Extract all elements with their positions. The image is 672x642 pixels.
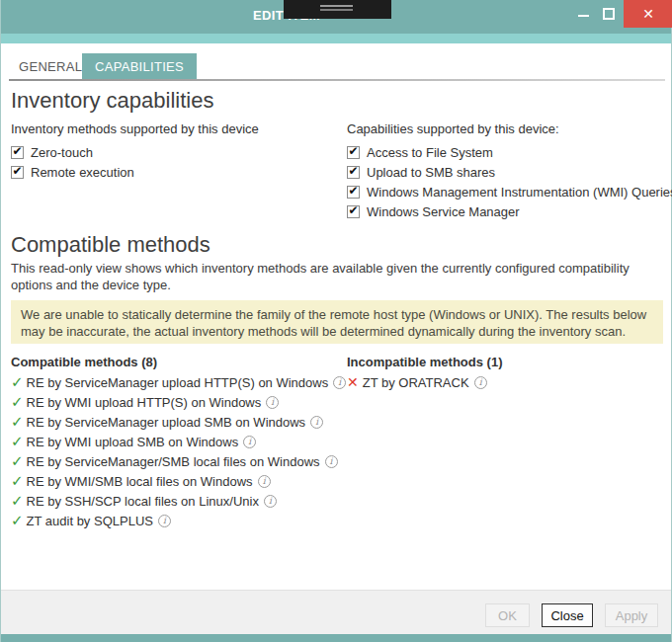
title-bar: EDIT ITEM ✕ (1, 0, 671, 34)
checkbox[interactable]: ✔ (347, 146, 360, 159)
notch-handle-line (320, 9, 353, 11)
checkbox[interactable]: ✔ (11, 166, 24, 179)
compatible-check-icon: ✓ (11, 395, 24, 410)
info-icon[interactable]: i (474, 376, 487, 389)
checkbox-label: Zero-touch (31, 145, 93, 160)
checkbox[interactable]: ✔ (347, 205, 360, 218)
checkbox-row[interactable]: ✔ Windows Management Instrumentation (WM… (347, 182, 671, 201)
method-label: RE by WMI/SMB local files on Windows (27, 474, 253, 489)
compatible-method-row: ✓ ZT audit by SQLPLUS i (11, 511, 342, 530)
compatible-method-row: ✓ RE by WMI/SMB local files on Windows i (11, 471, 342, 491)
compatible-method-row: ✓ RE by ServiceManager upload HTTP(S) on… (11, 372, 342, 392)
close-icon: ✕ (642, 6, 654, 22)
window-bottom-accent (1, 634, 671, 642)
checkbox-row[interactable]: ✔ Zero-touch (11, 142, 327, 162)
compatible-method-row: ✓ RE by ServiceManager/SMB local files o… (11, 451, 342, 471)
compatible-method-row: ✓ RE by ServiceManager upload SMB on Win… (11, 412, 342, 432)
checkbox-row[interactable]: ✔ Upload to SMB shares (347, 162, 671, 182)
info-icon[interactable]: i (310, 416, 323, 429)
incompatible-methods-count-header: Incompatible methods (1) (347, 353, 668, 372)
notch-handle-line (320, 5, 353, 7)
titlebar-accent-strip (1, 34, 671, 43)
compatible-check-icon: ✓ (11, 514, 24, 528)
checkbox[interactable]: ✔ (347, 186, 360, 199)
minimize-icon (578, 15, 589, 17)
device-capabilities-checkbox-list: ✔ Access to File System ✔ Upload to SMB … (347, 142, 671, 221)
device-capabilities-label: Capabilities supported by this device: (347, 121, 559, 136)
compatible-check-icon: ✓ (11, 494, 24, 509)
compatible-check-icon: ✓ (11, 415, 24, 430)
checkmark-icon: ✔ (12, 165, 22, 177)
checkmark-icon: ✔ (348, 145, 358, 157)
compatible-methods-description: This read-only view shows which inventor… (11, 260, 661, 293)
compatible-check-icon: ✓ (11, 375, 24, 390)
tab-general[interactable]: GENERAL (19, 53, 82, 80)
inventory-methods-label: Inventory methods supported by this devi… (11, 121, 259, 136)
checkmark-icon: ✔ (348, 204, 358, 216)
compatible-check-icon: ✓ (11, 474, 24, 489)
apply-button[interactable]: Apply (605, 603, 658, 627)
info-icon[interactable]: i (243, 436, 256, 448)
dialog-footer: OK Close Apply (1, 590, 671, 634)
compatible-method-row: ✓ RE by SSH/SCP local files on Linux/Uni… (11, 491, 342, 511)
edit-item-dialog: EDIT ITEM ✕ GENERAL CAPABILITIES Invento… (0, 0, 672, 642)
info-icon[interactable]: i (258, 475, 271, 488)
compatible-methods-count-header: Compatible methods (8) (11, 353, 342, 372)
compatible-methods-heading: Compatible methods (11, 231, 210, 259)
ok-button[interactable]: OK (485, 603, 530, 627)
method-label: ZT by ORATRACK (363, 375, 469, 390)
method-label: RE by WMI upload HTTP(S) on Windows (27, 395, 262, 410)
checkbox-label: Windows Management Instrumentation (WMI)… (367, 185, 672, 200)
compatible-check-icon: ✓ (11, 435, 24, 449)
method-label: RE by SSH/SCP local files on Linux/Unix (27, 494, 259, 509)
checkbox[interactable]: ✔ (11, 146, 24, 159)
checkbox-row[interactable]: ✔ Windows Service Manager (347, 201, 671, 221)
incompatible-methods-list: ✕ ZT by ORATRACK i (347, 372, 668, 392)
checkbox-row[interactable]: ✔ Remote execution (11, 162, 327, 182)
compatible-methods-column: Compatible methods (8) ✓ RE by ServiceMa… (11, 353, 342, 530)
checkmark-icon: ✔ (348, 185, 358, 197)
checkbox-label: Access to File System (367, 145, 493, 160)
info-icon[interactable]: i (264, 495, 277, 508)
compatible-check-icon: ✓ (11, 454, 24, 469)
checkbox-row[interactable]: ✔ Access to File System (347, 142, 671, 162)
info-icon[interactable]: i (333, 376, 346, 389)
incompatible-method-row: ✕ ZT by ORATRACK i (347, 372, 668, 392)
checkbox[interactable]: ✔ (347, 166, 360, 179)
checkmark-icon: ✔ (348, 165, 358, 177)
method-label: ZT audit by SQLPLUS (27, 514, 153, 528)
method-label: RE by ServiceManager upload SMB on Windo… (27, 415, 306, 430)
inventory-capabilities-heading: Inventory capabilities (11, 87, 213, 115)
method-label: RE by WMI upload SMB on Windows (27, 435, 239, 449)
incompatible-cross-icon: ✕ (347, 375, 359, 389)
checkmark-icon: ✔ (12, 145, 22, 157)
compatible-method-row: ✓ RE by WMI upload HTTP(S) on Windows i (11, 392, 342, 412)
checkbox-label: Windows Service Manager (367, 204, 520, 219)
close-button[interactable]: Close (542, 603, 593, 627)
warning-banner: We are unable to statically determine th… (11, 300, 663, 344)
info-icon[interactable]: i (158, 515, 171, 527)
tab-underline (9, 79, 665, 81)
checkbox-label: Upload to SMB shares (367, 165, 495, 180)
compatible-method-row: ✓ RE by WMI upload SMB on Windows i (11, 432, 342, 451)
close-window-button[interactable]: ✕ (624, 0, 672, 28)
checkbox-label: Remote execution (31, 165, 134, 180)
method-label: RE by ServiceManager/SMB local files on … (27, 454, 320, 469)
incompatible-methods-column: Incompatible methods (1) ✕ ZT by ORATRAC… (347, 353, 668, 392)
inventory-methods-checkbox-list: ✔ Zero-touch ✔ Remote execution (11, 142, 327, 182)
info-icon[interactable]: i (266, 396, 279, 409)
maximize-button[interactable] (596, 0, 622, 28)
method-label: RE by ServiceManager upload HTTP(S) on W… (27, 375, 329, 390)
info-icon[interactable]: i (325, 455, 338, 468)
tab-capabilities[interactable]: CAPABILITIES (82, 53, 197, 80)
screen-notch (284, 0, 391, 19)
compatible-methods-list: ✓ RE by ServiceManager upload HTTP(S) on… (11, 372, 342, 530)
minimize-button[interactable] (570, 0, 596, 28)
maximize-icon (603, 8, 615, 20)
